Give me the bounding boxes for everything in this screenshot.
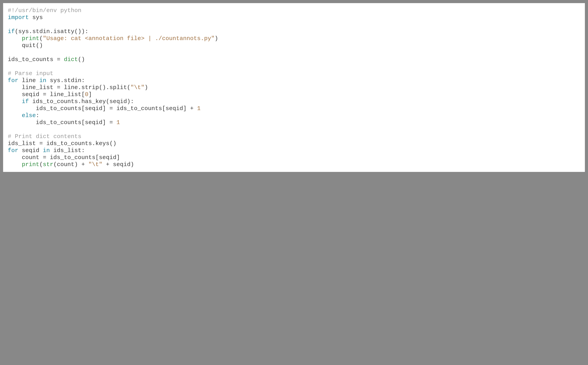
code-line: ids_to_counts[seqid] = 1 (8, 119, 580, 126)
code-token: ( (39, 35, 43, 42)
code-line: print("Usage: cat <annotation file> | ./… (8, 35, 580, 42)
code-token: else (22, 112, 36, 119)
code-token: seqid = line_list[ (8, 91, 85, 98)
code-token: 0 (85, 91, 88, 98)
code-token: sys.stdin: (46, 77, 85, 84)
code-token: "\t" (131, 84, 145, 91)
code-token: () (78, 56, 85, 63)
code-line: for seqid in ids_list: (8, 147, 580, 154)
code-line: print(str(count) + "\t" + seqid) (8, 161, 580, 168)
code-token: (sys.stdin.isatty()): (15, 28, 88, 35)
code-line: quit() (8, 42, 580, 49)
code-token: 1 (197, 105, 201, 112)
code-token: : (36, 112, 39, 119)
code-token: ids_to_counts[seqid] = ids_to_counts[seq… (8, 105, 197, 112)
code-token: ] (88, 91, 92, 98)
code-token: ids_to_counts[seqid] = (8, 119, 116, 126)
code-token: + seqid) (102, 161, 134, 168)
code-token: ids_list = ids_to_counts.keys() (8, 140, 116, 147)
code-line: import sys (8, 14, 580, 21)
code-token: import (8, 14, 29, 21)
code-line: for line in sys.stdin: (8, 77, 580, 84)
code-token: ( (39, 161, 43, 168)
code-token: in (39, 77, 46, 84)
code-token: dict (64, 56, 78, 63)
code-token: # Print dict contents (8, 133, 81, 140)
python-code-block: #!/usr/bin/env pythonimport sys if(sys.s… (3, 3, 585, 172)
code-token: ) (215, 35, 218, 42)
code-line: line_list = line.strip().split("\t") (8, 84, 580, 91)
code-line: ids_to_counts = dict() (8, 56, 580, 63)
code-token: (count) + (53, 161, 88, 168)
code-token: ) (145, 84, 148, 91)
code-line: seqid = line_list[0] (8, 91, 580, 98)
code-line: # Parse input (8, 70, 580, 77)
code-line (8, 126, 580, 133)
code-token: print (22, 35, 39, 42)
code-token: print (22, 161, 39, 168)
code-token: "\t" (88, 161, 102, 168)
code-token: if (8, 28, 15, 35)
code-line: else: (8, 112, 580, 119)
code-token: in (43, 147, 50, 154)
code-token: ids_list: (50, 147, 85, 154)
code-token: "Usage: cat <annotation file> | ./counta… (43, 35, 215, 42)
code-line: ids_list = ids_to_counts.keys() (8, 140, 580, 147)
code-line (8, 63, 580, 70)
code-line (8, 49, 580, 56)
code-token: quit() (8, 42, 43, 49)
code-token: count = ids_to_counts[seqid] (8, 154, 120, 161)
code-token (8, 112, 22, 119)
code-token: if (22, 98, 29, 105)
code-token: ids_to_counts = (8, 56, 64, 63)
code-token: #!/usr/bin/env python (8, 7, 81, 14)
code-token: for (8, 147, 18, 154)
code-token (8, 161, 22, 168)
code-token: ids_to_counts.has_key(seqid): (29, 98, 134, 105)
code-line: ids_to_counts[seqid] = ids_to_counts[seq… (8, 105, 580, 112)
code-token: line_list = line.strip().split( (8, 84, 131, 91)
code-line: count = ids_to_counts[seqid] (8, 154, 580, 161)
code-line: #!/usr/bin/env python (8, 7, 580, 14)
code-line: if(sys.stdin.isatty()): (8, 28, 580, 35)
code-token: # Parse input (8, 70, 53, 77)
code-token (8, 35, 22, 42)
code-token: sys (29, 14, 43, 21)
code-line (8, 21, 580, 28)
code-line: if ids_to_counts.has_key(seqid): (8, 98, 580, 105)
code-token (8, 98, 22, 105)
code-token: for (8, 77, 18, 84)
code-line: # Print dict contents (8, 133, 580, 140)
code-token: 1 (116, 119, 120, 126)
code-token: line (18, 77, 39, 84)
code-token: seqid (18, 147, 43, 154)
code-token: str (43, 161, 53, 168)
